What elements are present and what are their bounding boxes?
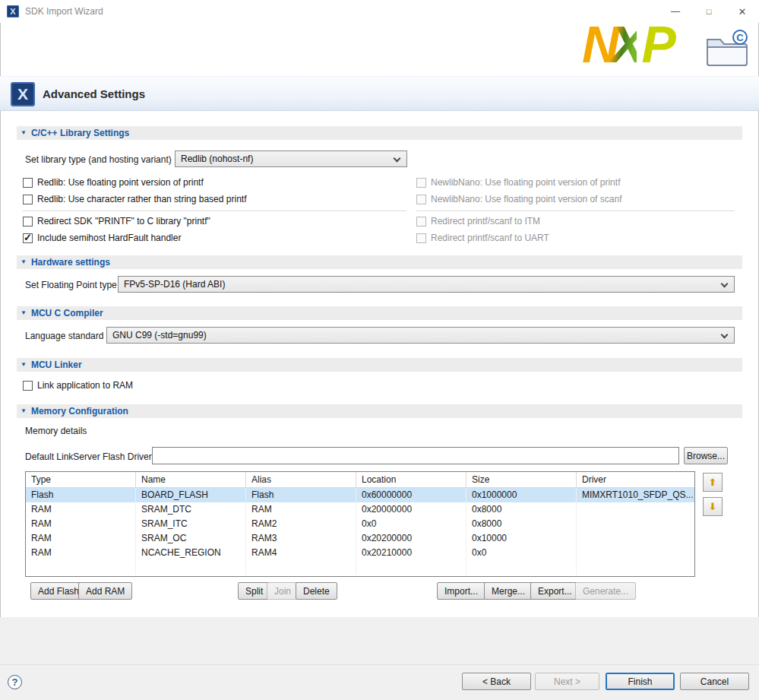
checkbox-label: Link application to RAM <box>37 380 133 391</box>
checkbox-box-checked: ✓ <box>23 233 33 243</box>
help-button[interactable]: ? <box>8 675 22 689</box>
library-type-value: Redlib (nohost-nf) <box>181 154 253 164</box>
footer-bar: ? < Back Next > Finish Cancel <box>0 617 759 700</box>
banner-icon-glyph: X <box>17 85 28 103</box>
checkbox-redlib-char-printf[interactable]: Redlib: Use character rather than string… <box>23 194 246 204</box>
checkbox-redlib-float-printf[interactable]: Redlib: Use floating point version of pr… <box>23 177 204 188</box>
cell-location: 0x60000000 <box>356 488 466 502</box>
back-button[interactable]: < Back <box>462 673 531 690</box>
checkbox-label: Redlib: Use floating point version of pr… <box>37 177 204 188</box>
merge-button[interactable]: Merge... <box>484 582 533 600</box>
checkbox-box <box>416 217 426 226</box>
divider <box>416 211 735 211</box>
move-down-button[interactable]: ⬇ <box>703 497 723 516</box>
delete-button[interactable]: Delete <box>296 582 337 600</box>
table-row[interactable]: RAM NCACHE_REGION RAM4 0x20210000 0x0 <box>26 546 694 560</box>
checkbox-label: NewlibNano: Use floating point version o… <box>431 194 621 204</box>
column-header-location[interactable]: Location <box>356 472 466 488</box>
collapse-icon: ▼ <box>21 259 27 265</box>
flash-driver-input[interactable] <box>152 447 679 464</box>
checkbox-box <box>23 178 33 188</box>
mcuxpresso-banner-icon: X <box>11 82 35 106</box>
cell-type: RAM <box>26 502 136 517</box>
section-mcu-linker[interactable]: ▼ MCU Linker <box>17 358 742 372</box>
arrow-up-icon: ⬆ <box>709 477 717 488</box>
column-header-size[interactable]: Size <box>466 472 577 488</box>
cell-size: 0x0 <box>466 546 577 560</box>
checkbox-box <box>416 195 426 204</box>
checkbox-link-to-ram[interactable]: Link application to RAM <box>23 380 133 391</box>
memory-details-label: Memory details <box>25 426 87 436</box>
library-type-dropdown[interactable]: Redlib (nohost-nf) <box>175 150 407 167</box>
table-row-selected[interactable]: Flash BOARD_FLASH Flash 0x60000000 0x100… <box>26 488 694 502</box>
table-row[interactable]: RAM SRAM_ITC RAM2 0x0 0x8000 <box>26 517 694 531</box>
column-header-alias[interactable]: Alias <box>246 472 356 488</box>
cell-alias: RAM3 <box>246 531 356 546</box>
split-button[interactable]: Split <box>238 582 270 600</box>
memory-table: Type Name Alias Location Size Driver Fla… <box>25 471 695 577</box>
arrow-down-icon: ⬇ <box>709 501 717 512</box>
cell-location: 0x20000000 <box>356 502 466 517</box>
add-ram-button[interactable]: Add RAM <box>78 582 132 600</box>
close-icon[interactable]: ✕ <box>726 0 759 23</box>
checkbox-semihost-hardfault[interactable]: ✓ Include semihost HardFault handler <box>23 233 181 243</box>
window-title: SDK Import Wizard <box>25 6 103 17</box>
export-button[interactable]: Export... <box>530 582 580 600</box>
nxp-logo-x: X <box>611 15 637 73</box>
column-header-name[interactable]: Name <box>136 472 246 488</box>
section-memory-configuration[interactable]: ▼ Memory Configuration <box>17 404 742 418</box>
library-type-label: Set library type (and hosting variant) <box>25 154 172 165</box>
cell-empty <box>26 560 136 575</box>
cell-location: 0x0 <box>356 517 466 531</box>
cell-driver <box>577 502 694 517</box>
sdk-folder-icon: C <box>705 29 749 71</box>
finish-button[interactable]: Finish <box>606 673 675 690</box>
checkbox-box <box>23 381 33 391</box>
cell-location: 0x20200000 <box>356 531 466 546</box>
cell-alias: RAM <box>246 502 356 517</box>
cell-name: BOARD_FLASH <box>136 488 246 502</box>
help-icon: ? <box>12 676 18 688</box>
folder-c-glyph: C <box>736 32 744 43</box>
checkbox-label: Include semihost HardFault handler <box>37 233 181 243</box>
check-icon: ✓ <box>24 232 32 243</box>
cancel-button[interactable]: Cancel <box>680 673 749 690</box>
browse-button[interactable]: Browse... <box>684 447 728 464</box>
language-standard-dropdown[interactable]: GNU C99 (-std=gnu99) <box>106 327 735 344</box>
flash-driver-label: Default LinkServer Flash Driver <box>25 451 152 462</box>
cell-empty <box>246 560 356 575</box>
checkbox-label: Redirect printf/scanf to ITM <box>431 216 540 226</box>
cell-driver <box>577 517 694 531</box>
cell-size: 0x10000 <box>466 531 577 546</box>
checkbox-box <box>416 233 426 243</box>
column-header-type[interactable]: Type <box>26 472 136 488</box>
sdk-import-wizard-window: X SDK Import Wizard — □ ✕ NXP C X Advanc… <box>0 0 759 700</box>
section-title: Hardware settings <box>31 257 110 268</box>
section-mcu-c-compiler[interactable]: ▼ MCU C Compiler <box>17 306 742 320</box>
floating-point-value: FPv5-SP-D16 (Hard ABI) <box>124 279 225 290</box>
column-header-driver[interactable]: Driver <box>577 472 694 488</box>
collapse-icon: ▼ <box>21 130 27 136</box>
maximize-icon[interactable]: □ <box>692 0 726 23</box>
section-library-settings[interactable]: ▼ C/C++ Library Settings <box>17 126 742 140</box>
cell-type: RAM <box>26 531 136 546</box>
table-row[interactable]: RAM SRAM_DTC RAM 0x20000000 0x8000 <box>26 502 694 517</box>
nxp-logo-p: P <box>637 15 667 73</box>
floating-point-dropdown[interactable]: FPv5-SP-D16 (Hard ABI) <box>118 276 735 293</box>
cell-empty <box>136 560 246 575</box>
checkbox-label: NewlibNano: Use floating point version o… <box>431 177 620 188</box>
cell-driver <box>577 546 694 560</box>
table-row[interactable]: RAM SRAM_OC RAM3 0x20200000 0x10000 <box>26 531 694 546</box>
generate-button: Generate... <box>575 582 636 600</box>
import-button[interactable]: Import... <box>437 582 485 600</box>
move-up-button[interactable]: ⬆ <box>703 473 723 492</box>
section-title: MCU Linker <box>31 360 82 370</box>
section-hardware-settings[interactable]: ▼ Hardware settings <box>17 255 742 269</box>
cell-name: SRAM_ITC <box>136 517 246 531</box>
divider <box>0 664 759 665</box>
divider <box>23 211 406 211</box>
cell-size: 0x8000 <box>466 517 577 531</box>
wizard-banner: X Advanced Settings <box>0 76 759 111</box>
checkbox-redirect-sdk-printf[interactable]: Redirect SDK "PRINTF" to C library "prin… <box>23 216 210 226</box>
join-button: Join <box>267 582 299 600</box>
